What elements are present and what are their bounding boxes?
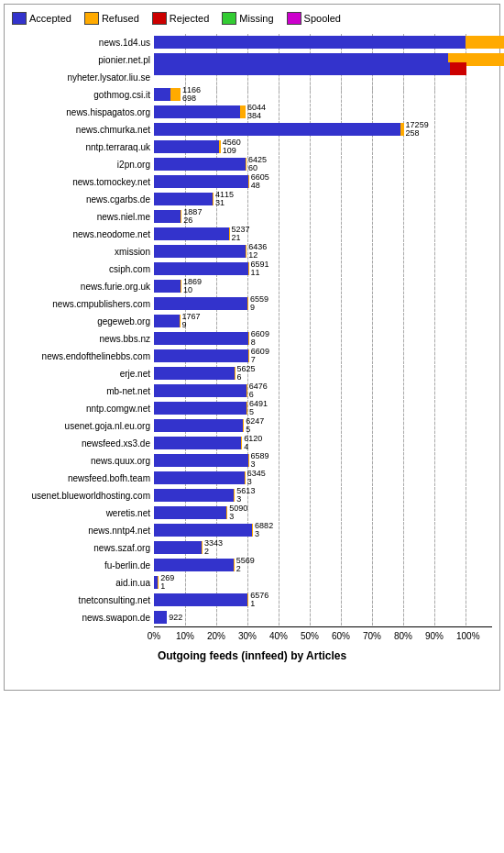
- accepted-bar: [154, 471, 245, 484]
- refused-count: 21: [232, 234, 250, 242]
- accepted-bar: [154, 367, 235, 380]
- refused-bar: [252, 524, 253, 537]
- bars-wrapper: 66097: [154, 348, 492, 364]
- bar-line: 17259258: [154, 121, 492, 138]
- refused-bar: [234, 559, 235, 571]
- bar-wrapper: 66097: [154, 349, 269, 362]
- row-label: news.furie.org.uk: [12, 282, 154, 292]
- grid-container: 50903: [154, 504, 492, 521]
- refused-bar: [248, 262, 249, 275]
- x-axis-line: [154, 626, 492, 627]
- refused-count: 7: [251, 356, 269, 364]
- bar-numbers: 65599: [250, 295, 268, 312]
- refused-bar: [213, 193, 214, 205]
- refused-count: 1: [160, 582, 174, 591]
- bar-wrapper: 17679: [154, 315, 201, 327]
- row-label: news.cmpublishers.com: [12, 299, 154, 309]
- bars-wrapper: 2691: [154, 574, 492, 591]
- bars-wrapper: 17259258: [154, 121, 492, 138]
- chart-row: xmission643612: [12, 243, 492, 260]
- bar-wrapper: 68823: [154, 524, 273, 537]
- bars-wrapper: 65893: [154, 452, 492, 469]
- bars-wrapper: 660548: [154, 173, 492, 190]
- grid-container: 188726: [154, 208, 492, 225]
- bar-numbers: 922: [169, 614, 182, 622]
- chart-row: news.hispagatos.org6044384: [12, 104, 492, 120]
- bars-wrapper: 411531: [154, 191, 492, 207]
- bar-wrapper: 17259258: [154, 123, 429, 136]
- bars-wrapper: 188726: [154, 208, 492, 225]
- legend: AcceptedRefusedRejectedMissingSpooled: [12, 12, 492, 25]
- bars-wrapper: 55692: [154, 557, 492, 573]
- row-label: news.chmurka.net: [12, 125, 154, 135]
- refused-bar: [229, 227, 230, 240]
- bar-numbers: 55692: [236, 557, 255, 573]
- refused-bar: [180, 315, 181, 327]
- refused-bar: [247, 402, 247, 415]
- accepted-bar: [154, 175, 248, 188]
- bars-wrapper: 922: [154, 609, 492, 626]
- accepted-bar: [154, 454, 248, 467]
- chart-row: news.bbs.nz66098: [12, 330, 492, 347]
- row-label: news.niel.me: [12, 212, 154, 222]
- bar-line: 64915: [154, 400, 492, 416]
- bar-line: 56133: [154, 487, 492, 504]
- bar-numbers: 186910: [183, 278, 202, 294]
- chart-row: nyheter.lysator.liu.se: [12, 69, 492, 85]
- refused-count: 3: [229, 513, 247, 521]
- accepted-bar: [154, 593, 247, 606]
- grid-container: 2184514228: [154, 34, 492, 50]
- chart-row: gothmog.csi.it1166698: [12, 86, 492, 103]
- legend-item-spooled: Spooled: [287, 12, 341, 25]
- grid-container: 642560: [154, 156, 492, 172]
- chart-row: news.nntp4.net68823: [12, 522, 492, 538]
- row-label: nyheter.lysator.liu.se: [12, 72, 154, 83]
- bar-numbers: 62475: [246, 417, 264, 434]
- grid-container: 33432: [154, 539, 492, 556]
- bar-numbers: 4560109: [223, 138, 241, 155]
- bar-numbers: 33432: [204, 539, 223, 556]
- x-tick: 30%: [238, 631, 257, 641]
- chart-row: newsfeed.bofh.team63453: [12, 470, 492, 486]
- rejected-bar: [450, 62, 466, 75]
- grid-container: 66097: [154, 348, 492, 364]
- bars-wrapper: 66098: [154, 330, 492, 347]
- refused-bar: [226, 506, 227, 519]
- bar-wrapper: 63453: [154, 471, 266, 484]
- refused-count: 2: [204, 548, 223, 556]
- chart-row: tnetconsulting.net65761: [12, 592, 492, 608]
- x-tick: 20%: [207, 631, 225, 641]
- accepted-bar: [154, 506, 226, 519]
- bar-wrapper: 33432: [154, 541, 223, 554]
- refused-bar: [219, 140, 221, 153]
- row-label: news.cgarbs.de: [12, 194, 154, 205]
- bar-line: 411531: [154, 191, 492, 207]
- bar-line: 660548: [154, 173, 492, 190]
- legend-item-missing: Missing: [222, 12, 273, 25]
- refused-count: 6: [237, 373, 256, 382]
- x-tick: 70%: [363, 631, 381, 641]
- accepted-bar: [154, 62, 450, 75]
- bar-line: 65893: [154, 452, 492, 469]
- refused-count: 698: [182, 94, 201, 103]
- refused-bar: [245, 471, 246, 484]
- bars-wrapper: 56133: [154, 487, 492, 504]
- grid-container: 56133: [154, 487, 492, 504]
- grid-container: 55692: [154, 557, 492, 573]
- refused-bar: [247, 593, 248, 606]
- legend-item-accepted: Accepted: [12, 12, 71, 25]
- bar-line: 188726: [154, 208, 492, 225]
- bar-wrapper: 65761: [154, 593, 268, 606]
- bars-wrapper: 50903: [154, 504, 492, 521]
- bar-wrapper: 56256: [154, 367, 256, 380]
- bars-wrapper: 643612: [154, 243, 492, 260]
- bars-wrapper: 65599: [154, 295, 492, 312]
- refused-count: 26: [183, 216, 202, 225]
- bar-line: 62475: [154, 417, 492, 434]
- legend-label-refused: Refused: [102, 13, 139, 24]
- grid-container: 659111: [154, 260, 492, 277]
- grid-container: 64766: [154, 382, 492, 399]
- bars-wrapper: 1166698: [154, 86, 492, 103]
- bars-wrapper: 642560: [154, 156, 492, 172]
- row-label: pionier.net.pl: [12, 55, 154, 65]
